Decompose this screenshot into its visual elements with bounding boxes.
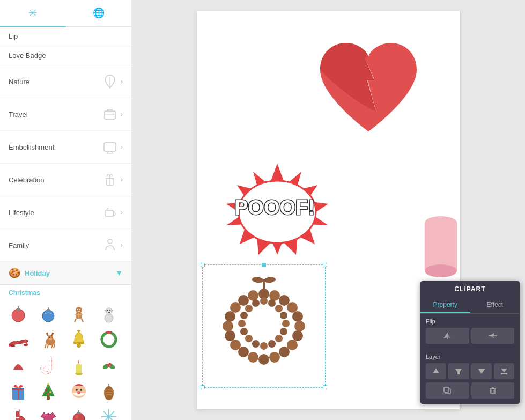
layer-bottom-button[interactable] [494,363,514,379]
svg-rect-0 [105,111,115,119]
nature-arrow: › [121,78,123,85]
svg-point-26 [49,338,52,340]
tab-clipart[interactable]: ✳ [0,0,66,27]
panel-title: CLIPART [420,281,520,297]
layer-up-button[interactable] [426,363,446,379]
clipart-candle[interactable] [67,353,91,377]
sidebar-item-holiday[interactable]: 🍪 Holiday ▼ [0,262,131,285]
broken-heart[interactable] [309,38,427,145]
clipart-snowflake[interactable] [97,405,121,420]
lifestyle-icon [99,204,121,221]
travel-icon [99,106,121,123]
handle-tl[interactable] [201,263,205,267]
svg-point-35 [105,335,113,344]
clipart-sleigh[interactable] [6,328,30,351]
clipart-candy-cane[interactable] [36,353,60,377]
clipart-present[interactable] [6,379,30,403]
svg-line-13 [75,319,76,322]
svg-point-107 [240,312,248,319]
sidebar-item-lifestyle[interactable]: Lifestyle › [0,196,131,229]
svg-point-22 [24,344,28,346]
handle-bl[interactable] [201,385,205,389]
sidebar-item-love-badge[interactable]: Love Badge [0,46,131,65]
clipart-ornament-red2[interactable] [67,405,91,420]
svg-line-14 [82,319,83,322]
sidebar-item-travel[interactable]: Travel › [0,98,131,131]
svg-marker-120 [478,369,485,374]
sidebar-item-celebration[interactable]: Celebration › [0,164,131,196]
handle-rotate[interactable] [262,263,266,267]
svg-point-4 [108,239,112,244]
family-icon [99,237,121,254]
svg-marker-121 [501,369,507,372]
svg-point-78 [292,311,303,322]
flip-section: Flip [420,314,520,349]
sidebar-item-family[interactable]: Family › [0,229,131,262]
main-area: POOOF! [131,0,525,420]
svg-point-42 [75,373,83,375]
lifestyle-arrow: › [121,209,123,216]
svg-text:POOOF!: POOOF! [234,196,315,219]
svg-line-30 [54,344,55,348]
tab-property[interactable]: Property [420,297,470,313]
svg-point-97 [280,312,287,319]
layer-down-button[interactable] [471,363,492,379]
sidebar-item-lip[interactable]: Lip [0,27,131,46]
svg-point-106 [238,320,246,327]
svg-point-101 [268,340,276,348]
copy-button[interactable] [426,382,469,399]
sidebar-item-nature[interactable]: Nature › [0,65,131,98]
svg-point-79 [294,321,305,331]
clipart-ornament-blue[interactable] [36,302,60,326]
svg-point-60 [77,391,80,394]
svg-point-104 [245,335,253,342]
svg-rect-64 [77,412,80,414]
clipart-wreath-small[interactable] [97,328,121,351]
svg-point-87 [230,340,241,350]
snowflake-icon: ✳ [28,6,38,19]
family-arrow: › [121,241,123,249]
svg-point-105 [240,328,248,335]
flip-vertical-button[interactable] [471,328,515,344]
clipart-pinecone[interactable] [97,379,121,403]
svg-point-21 [11,345,15,347]
tab-effect[interactable]: Effect [470,297,520,313]
svg-point-20 [109,310,110,311]
svg-rect-3 [106,210,113,217]
svg-rect-8 [47,309,50,311]
svg-rect-111 [425,223,457,271]
svg-point-90 [225,311,235,322]
sidebar-scroll-content: Lip Love Badge Nature › Travel [0,27,131,420]
clipart-santa-hat[interactable] [6,353,30,377]
handle-br[interactable] [323,385,327,389]
clipart-christmas-tree[interactable] [36,379,60,403]
clipart-santa-face[interactable] [67,379,91,403]
wreath-selected[interactable] [202,264,326,388]
clipart-gingerbread[interactable] [67,302,91,326]
svg-point-9 [76,307,82,313]
tab-web[interactable]: 🌐 [66,0,132,27]
clipart-snowman[interactable] [97,302,121,326]
pooof-burst[interactable]: POOOF! [213,161,342,257]
clipart-stocking[interactable] [6,405,30,420]
svg-point-112 [425,264,457,277]
svg-point-34 [102,333,116,347]
clipart-sweater[interactable] [36,405,60,420]
svg-point-99 [280,328,287,335]
sidebar-item-embellishment[interactable]: Embellishment › [0,131,131,164]
svg-point-89 [223,321,233,331]
delete-button[interactable] [471,382,515,399]
svg-point-16 [79,309,80,310]
clipart-bell[interactable] [67,328,91,351]
svg-point-88 [225,330,235,341]
clipart-ornament-red[interactable] [6,302,30,326]
svg-point-47 [108,365,110,367]
clipart-reindeer[interactable] [36,328,60,351]
layer-filter-button[interactable] [448,363,469,379]
flip-horizontal-button[interactable] [426,328,469,344]
svg-point-58 [76,389,78,391]
handle-tr[interactable] [323,263,327,267]
clipart-holly[interactable] [97,353,121,377]
celebration-icon [99,171,121,188]
svg-point-96 [275,305,283,312]
